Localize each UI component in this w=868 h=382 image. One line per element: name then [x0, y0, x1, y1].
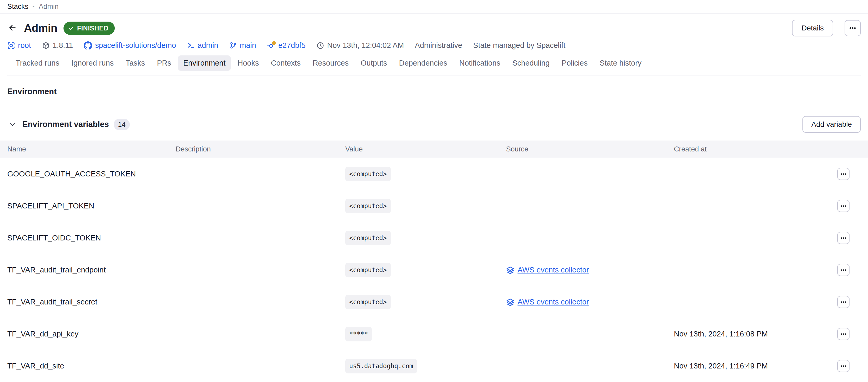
tab-policies[interactable]: Policies: [556, 56, 593, 71]
administrative-label: Administrative: [415, 41, 462, 50]
stack-header: Admin FINISHED Details root 1.8.11: [0, 13, 868, 75]
env-var-row: SPACELIFT_OIDC_TOKEN <computed>: [0, 222, 868, 254]
tab-prs[interactable]: PRs: [152, 56, 177, 71]
layers-icon: [506, 266, 515, 274]
terminal-icon: [187, 42, 195, 50]
column-header-description: Description: [176, 145, 345, 153]
env-var-created-at: Nov 13th, 2024, 1:16:49 PM: [674, 362, 837, 370]
row-menu-button[interactable]: [837, 168, 849, 180]
tab-hooks[interactable]: Hooks: [232, 56, 264, 71]
column-header-name: Name: [7, 145, 176, 153]
tab-state-history[interactable]: State history: [594, 56, 647, 71]
env-var-row: SPACELIFT_API_TOKEN <computed>: [0, 190, 868, 222]
cube-icon: [42, 42, 50, 50]
env-var-value-chip: us5.datadoghq.com: [345, 359, 417, 374]
row-menu-button[interactable]: [837, 200, 849, 212]
tab-dependencies[interactable]: Dependencies: [394, 56, 453, 71]
commit-status-dot: [272, 41, 276, 45]
ellipsis-icon: [840, 203, 847, 210]
ellipsis-icon: [840, 299, 847, 306]
branch-label: main: [240, 41, 256, 50]
repository-label: spacelift-solutions/demo: [95, 41, 176, 50]
repository-link[interactable]: spacelift-solutions/demo: [84, 41, 176, 50]
commit-label: e27dbf5: [278, 41, 306, 50]
header-more-button[interactable]: [845, 20, 861, 36]
env-var-value-chip: <computed>: [345, 199, 391, 213]
tab-environment[interactable]: Environment: [178, 56, 231, 71]
breadcrumb: Stacks • Admin: [0, 0, 868, 13]
env-var-value-chip: <computed>: [345, 167, 391, 181]
variables-count-badge: 14: [114, 119, 130, 130]
env-var-row: GOOGLE_OAUTH_ACCESS_TOKEN <computed>: [0, 158, 868, 190]
env-var-name: TF_VAR_dd_site: [7, 362, 176, 370]
env-var-value-chip: <computed>: [345, 295, 391, 309]
space-link[interactable]: root: [7, 41, 31, 50]
tab-ignored-runs[interactable]: Ignored runs: [66, 56, 119, 71]
project-root-link[interactable]: admin: [187, 41, 218, 50]
breadcrumb-stacks-link[interactable]: Stacks: [7, 3, 28, 11]
column-header-value: Value: [345, 145, 506, 153]
check-icon: [68, 25, 74, 31]
collapse-toggle[interactable]: [7, 119, 18, 130]
space-label: root: [18, 41, 31, 50]
tab-resources[interactable]: Resources: [307, 56, 354, 71]
terraform-version-label: 1.8.11: [53, 41, 73, 50]
env-var-row: TF_VAR_dd_api_key ***** Nov 13th, 2024, …: [0, 318, 868, 350]
tab-scheduling[interactable]: Scheduling: [507, 56, 555, 71]
commit-icon: [267, 41, 275, 50]
env-var-created-at: Nov 13th, 2024, 1:16:08 PM: [674, 330, 837, 338]
ellipsis-icon: [840, 171, 847, 178]
env-var-name: TF_VAR_dd_api_key: [7, 330, 176, 338]
space-icon: [7, 42, 15, 50]
breadcrumb-current: Admin: [39, 3, 59, 11]
ellipsis-icon: [840, 363, 847, 370]
tab-notifications[interactable]: Notifications: [454, 56, 505, 71]
layers-icon: [506, 298, 515, 306]
ellipsis-icon: [840, 235, 847, 242]
row-menu-button[interactable]: [837, 264, 849, 276]
env-var-name: TF_VAR_audit_trail_endpoint: [7, 266, 176, 274]
tab-contexts[interactable]: Contexts: [266, 56, 306, 71]
env-var-row: TF_VAR_audit_trail_secret <computed> AWS…: [0, 286, 868, 318]
chevron-down-icon: [8, 121, 17, 128]
back-button[interactable]: [7, 23, 18, 33]
git-branch-icon: [229, 42, 237, 50]
status-badge-label: FINISHED: [77, 25, 108, 32]
row-menu-button[interactable]: [837, 296, 849, 308]
tab-outputs[interactable]: Outputs: [355, 56, 392, 71]
env-var-name: SPACELIFT_OIDC_TOKEN: [7, 234, 176, 242]
env-var-source: AWS events collector: [506, 266, 674, 274]
add-variable-button[interactable]: Add variable: [802, 116, 861, 133]
ellipsis-icon: [849, 24, 857, 32]
ellipsis-icon: [840, 267, 847, 274]
created-timestamp-label: Nov 13th, 12:04:02 AM: [327, 41, 404, 50]
branch-link[interactable]: main: [229, 41, 256, 50]
tab-tracked-runs[interactable]: Tracked runs: [10, 56, 65, 71]
arrow-left-icon: [8, 23, 17, 33]
state-managed-label: State managed by Spacelift: [473, 41, 565, 50]
commit-link[interactable]: e27dbf5: [267, 41, 306, 50]
row-menu-button[interactable]: [837, 328, 849, 340]
env-var-source-link[interactable]: AWS events collector: [518, 266, 589, 274]
section-title: Environment variables: [22, 120, 109, 129]
table-header-row: Name Description Value Source Created at: [0, 140, 868, 158]
details-button[interactable]: Details: [792, 20, 833, 36]
ellipsis-icon: [840, 331, 847, 338]
env-var-source-link[interactable]: AWS events collector: [518, 298, 589, 306]
breadcrumb-separator: •: [33, 3, 35, 10]
github-icon: [84, 41, 92, 50]
created-timestamp: Nov 13th, 12:04:02 AM: [316, 41, 404, 50]
row-menu-button[interactable]: [837, 232, 849, 244]
row-menu-button[interactable]: [837, 360, 849, 372]
env-var-name: TF_VAR_audit_trail_secret: [7, 298, 176, 306]
env-var-name: SPACELIFT_API_TOKEN: [7, 202, 176, 210]
tab-tasks[interactable]: Tasks: [121, 56, 150, 71]
stack-tabs: Tracked runs Ignored runs Tasks PRs Envi…: [7, 56, 861, 75]
clock-icon: [316, 42, 324, 50]
terraform-version: 1.8.11: [42, 41, 73, 50]
column-header-source: Source: [506, 145, 674, 153]
env-var-name: GOOGLE_OAUTH_ACCESS_TOKEN: [7, 170, 176, 178]
env-var-source: AWS events collector: [506, 298, 674, 306]
env-var-value-chip: *****: [345, 327, 372, 341]
status-badge: FINISHED: [63, 22, 115, 35]
